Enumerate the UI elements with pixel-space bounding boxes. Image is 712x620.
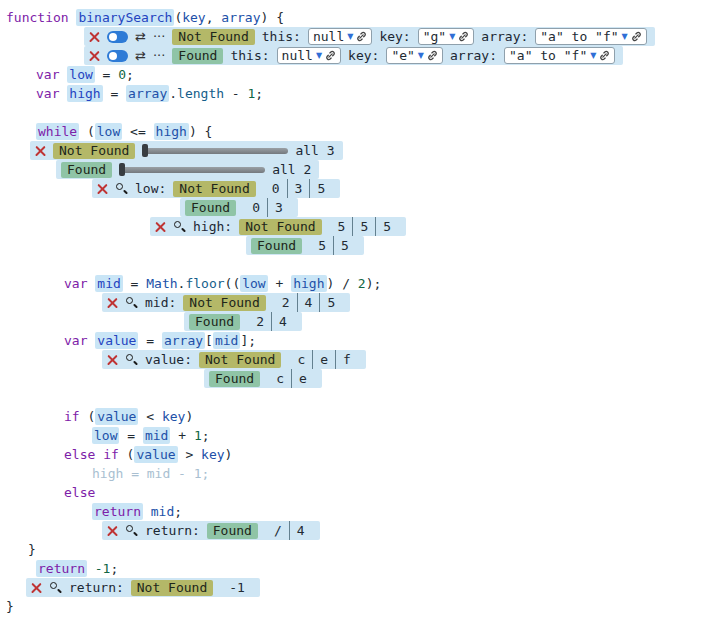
- link-icon[interactable]: [325, 50, 336, 61]
- delete-probe-icon[interactable]: [89, 31, 100, 42]
- slider-track: [119, 167, 265, 173]
- code-line: return -1;: [0, 559, 712, 578]
- code-token: key: [162, 409, 185, 424]
- delete-probe-icon[interactable]: [31, 582, 42, 593]
- link-icon[interactable]: [631, 31, 642, 42]
- value-dropdown[interactable]: null▼: [308, 28, 372, 45]
- magnifier-icon[interactable]: [115, 182, 128, 195]
- more-options-icon[interactable]: ···: [153, 30, 165, 43]
- code-token: function: [6, 10, 76, 25]
- delete-probe-icon[interactable]: [155, 221, 166, 232]
- call-probe-row: ⇄···Foundthis:null▼key:"e"▼array:"a" to …: [0, 46, 712, 65]
- probe-label: low:: [135, 179, 166, 198]
- value-dropdown[interactable]: "a" to "f"▼: [504, 47, 615, 64]
- link-icon[interactable]: [458, 31, 469, 42]
- code-token: }: [28, 542, 36, 557]
- param-label: array:: [481, 27, 528, 46]
- blank-line: [0, 388, 712, 407]
- value-cell: 2: [275, 293, 297, 312]
- code-token: if: [103, 447, 119, 462]
- value-cells: 035: [265, 179, 332, 198]
- code-token: (: [79, 124, 95, 139]
- code-line: }: [0, 540, 712, 559]
- link-icon[interactable]: [356, 31, 367, 42]
- probe-widget: low:Not Found035: [92, 179, 340, 198]
- code-token: ];: [240, 333, 256, 348]
- iteration-slider[interactable]: [142, 144, 288, 157]
- testcase-badge-notfound: Not Found: [183, 295, 265, 311]
- magnifier-icon[interactable]: [125, 524, 138, 537]
- magnifier-icon[interactable]: [125, 353, 138, 366]
- param-label: this:: [230, 46, 269, 65]
- code-token: ,: [206, 10, 222, 25]
- magnifier-icon[interactable]: [173, 220, 186, 233]
- toggle-switch-icon[interactable]: [107, 50, 128, 62]
- swap-arrows-icon[interactable]: ⇄: [135, 49, 146, 62]
- value-cells: 55: [311, 236, 356, 255]
- code-line: low = mid + 1;: [0, 426, 712, 445]
- delete-probe-icon[interactable]: [35, 145, 46, 156]
- code-token: mid: [143, 427, 170, 444]
- code-token: [87, 561, 95, 576]
- value-cells: 245: [275, 293, 342, 312]
- magnifier-icon[interactable]: [49, 581, 62, 594]
- probe-label: high:: [193, 217, 232, 236]
- code-token: 2: [358, 276, 366, 291]
- probe-widget: value:Not Foundcef: [102, 350, 366, 369]
- value-dropdown[interactable]: "a" to "f"▼: [535, 28, 646, 45]
- value-cell: e: [291, 369, 314, 388]
- code-token: mid: [95, 275, 122, 292]
- code-token: array: [221, 10, 260, 25]
- code-token: value: [95, 332, 138, 349]
- code-token: low: [92, 427, 119, 444]
- code-token: [: [205, 333, 213, 348]
- code-token: =: [119, 428, 142, 443]
- value-cells: 03: [245, 198, 290, 217]
- dropdown-arrow-icon: ▼: [590, 52, 596, 60]
- swap-arrows-icon[interactable]: ⇄: [135, 30, 146, 43]
- delete-probe-icon[interactable]: [107, 354, 118, 365]
- code-token: var: [64, 276, 95, 291]
- code-token: =: [95, 67, 118, 82]
- testcase-badge-found[interactable]: Found: [172, 48, 223, 64]
- slider-handle[interactable]: [119, 163, 125, 176]
- link-icon[interactable]: [599, 50, 610, 61]
- delete-probe-icon[interactable]: [89, 50, 100, 61]
- magnifier-icon[interactable]: [125, 296, 138, 309]
- code-token: ) {: [189, 124, 212, 139]
- probe-label: return:: [69, 578, 124, 597]
- code-line: var value = array[mid];: [0, 331, 712, 350]
- delete-probe-icon[interactable]: [107, 297, 118, 308]
- delete-probe-icon[interactable]: [107, 525, 118, 536]
- code-token: low: [67, 66, 94, 83]
- code-token: low: [95, 123, 122, 140]
- value-cells: -1: [222, 578, 252, 597]
- value-cell: 4: [289, 521, 312, 540]
- code-line: else: [0, 483, 712, 502]
- dropdown-arrow-icon: ▼: [316, 52, 322, 60]
- editor: function binarySearch(key, array) {⇄···N…: [0, 0, 712, 616]
- dropdown-arrow-icon: ▼: [418, 52, 424, 60]
- code-line: var mid = Math.floor((low + high) / 2);: [0, 274, 712, 293]
- probe-widget: Found55: [246, 236, 364, 255]
- code-token: }: [6, 599, 14, 614]
- more-options-icon[interactable]: ···: [153, 49, 165, 62]
- value-cells: 555: [331, 217, 398, 236]
- value-cell: 5: [333, 236, 356, 255]
- value-cell: 5: [309, 179, 332, 198]
- link-icon[interactable]: [427, 50, 438, 61]
- code-token: var: [36, 86, 67, 101]
- value-dropdown[interactable]: null▼: [277, 47, 341, 64]
- value-dropdown[interactable]: "e"▼: [386, 47, 443, 64]
- value-cell: c: [269, 369, 291, 388]
- log-probe-row: Found55: [0, 236, 712, 255]
- toggle-switch-icon[interactable]: [107, 31, 128, 43]
- delete-probe-icon[interactable]: [97, 183, 108, 194]
- testcase-badge-notfound[interactable]: Not Found: [172, 29, 254, 45]
- code-line: var low = 0;: [0, 65, 712, 84]
- code-token: high: [291, 275, 326, 292]
- code-token: (: [119, 447, 135, 462]
- value-dropdown[interactable]: "g"▼: [418, 28, 475, 45]
- slider-handle[interactable]: [142, 144, 148, 157]
- iteration-slider[interactable]: [119, 163, 265, 176]
